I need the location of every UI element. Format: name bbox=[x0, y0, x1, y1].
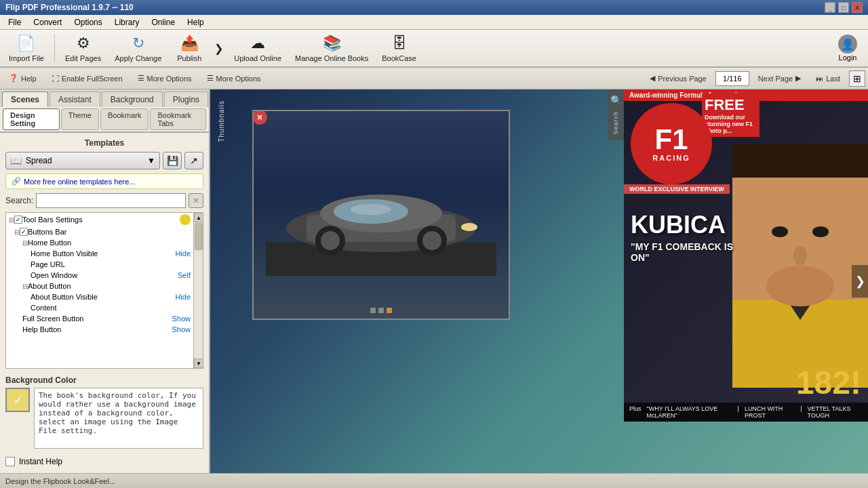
tree-item-buttons-bar[interactable]: ⊟ ✓ Buttons Bar bbox=[6, 226, 193, 237]
tree-item-about-button[interactable]: ⊟ About Button bbox=[6, 281, 193, 291]
menu-online[interactable]: Online bbox=[146, 16, 180, 28]
instant-help-label: Instant Help bbox=[19, 457, 62, 466]
menu-help[interactable]: Help bbox=[182, 16, 210, 28]
top-tabs: Scenes Assistant Background Plugins bbox=[0, 89, 209, 107]
tree-item-tool-bars-settings[interactable]: ⊟ ✓ Tool Bars Settings bbox=[6, 213, 193, 226]
tree-value: Hide bbox=[175, 249, 191, 258]
grid-view-icon: ⊞ bbox=[853, 73, 861, 84]
search-clear-button[interactable]: ✕ bbox=[189, 193, 203, 208]
manage-online-books-button[interactable]: 📚 Manage Online Books bbox=[289, 32, 374, 64]
subtab-theme[interactable]: Theme bbox=[61, 108, 99, 130]
more-options-1-button[interactable]: ☰ More Options bbox=[132, 71, 198, 85]
svg-point-15 bbox=[793, 246, 807, 265]
minimize-button[interactable]: _ bbox=[825, 2, 835, 13]
kubica-headline: KUBICA bbox=[631, 211, 753, 239]
tree-item-about-button-visible[interactable]: About Button Visible Hide bbox=[6, 291, 193, 302]
publish-label: Publish bbox=[177, 54, 201, 62]
import-file-button[interactable]: 📄 Import File bbox=[3, 32, 50, 64]
sub2-text: LUNCH WITH PROST bbox=[745, 405, 795, 419]
upload-online-button[interactable]: ☁ Upload Online bbox=[228, 32, 288, 64]
right-arrow-icon: ❯ bbox=[855, 274, 865, 289]
tab-background[interactable]: Background bbox=[102, 92, 163, 107]
color-swatch[interactable]: ✓ bbox=[5, 388, 30, 412]
scroll-down-button[interactable]: ▼ bbox=[194, 359, 203, 368]
tree-label: About Button Visible bbox=[31, 293, 175, 301]
tree-item-home-button[interactable]: ⊟ Home Button bbox=[6, 237, 193, 248]
apply-change-icon: ↻ bbox=[132, 35, 144, 52]
free-subtext: Download our stunning new F1 photo p... bbox=[705, 114, 757, 134]
tree-item-open-window[interactable]: Open Window Self bbox=[6, 270, 193, 281]
flipbook-content[interactable]: × bbox=[232, 89, 868, 473]
tree-item-home-button-visible[interactable]: Home Button Visible Hide bbox=[6, 248, 193, 259]
scroll-thumb[interactable] bbox=[195, 223, 203, 250]
expand-icon: ⊟ bbox=[14, 228, 20, 236]
menu-file[interactable]: File bbox=[3, 16, 26, 28]
tree-label: Content bbox=[31, 304, 191, 312]
fullscreen-button[interactable]: ⛶ Enable FullScreen bbox=[45, 72, 129, 85]
tree-scrollbar[interactable]: ▲ ▼ bbox=[193, 213, 203, 368]
menu-convert[interactable]: Convert bbox=[28, 16, 67, 28]
exclusive-badge: WORLD EXCLUSIVE INTERVIEW bbox=[624, 184, 730, 194]
tree-item-page-url[interactable]: Page URL bbox=[6, 259, 193, 270]
tree-item-help-button[interactable]: Help Button Show bbox=[6, 324, 193, 335]
last-page-button[interactable]: ⏭ Last bbox=[810, 72, 846, 85]
search-side-icon[interactable]: 🔍 bbox=[610, 95, 622, 106]
scroll-up-button[interactable]: ▲ bbox=[194, 213, 203, 222]
tree-value: Hide bbox=[175, 293, 191, 301]
more-arrow-button[interactable]: ❯ bbox=[211, 32, 226, 64]
status-text: Design the Flipbook Look&Feel... bbox=[5, 477, 115, 485]
subtab-bookmark[interactable]: Bookmark bbox=[100, 108, 149, 130]
edit-pages-button[interactable]: ⚙ Edit Pages bbox=[59, 32, 107, 64]
mag-number-182: 182! bbox=[796, 364, 861, 401]
template-save-button[interactable]: 💾 bbox=[163, 152, 182, 169]
svg-point-10 bbox=[351, 204, 391, 215]
expand-icon: ⊟ bbox=[9, 216, 14, 224]
apply-change-button[interactable]: ↻ Apply Change bbox=[108, 32, 167, 64]
tab-scenes[interactable]: Scenes bbox=[2, 92, 48, 107]
thumbnails-label: Thumbnails bbox=[218, 100, 225, 142]
tree-item-content[interactable]: Content bbox=[6, 302, 193, 313]
maximize-button[interactable]: □ bbox=[838, 2, 849, 13]
next-page-label: Next Page bbox=[758, 75, 793, 83]
help-button[interactable]: ❓ Help bbox=[3, 71, 43, 85]
online-templates-link[interactable]: 🔗 More free online templates here... bbox=[5, 174, 203, 189]
tab-plugins[interactable]: Plugins bbox=[164, 92, 208, 107]
tree-item-full-screen-button[interactable]: Full Screen Button Show bbox=[6, 313, 193, 324]
edit-pages-label: Edit Pages bbox=[65, 54, 101, 62]
bg-color-header: Background Color bbox=[5, 375, 203, 385]
subtab-bookmark-tabs[interactable]: Bookmark Tabs bbox=[150, 108, 206, 130]
tree-checkbox[interactable]: ✓ bbox=[20, 228, 28, 236]
close-button[interactable]: × bbox=[852, 2, 863, 13]
menu-options[interactable]: Options bbox=[68, 16, 107, 28]
page-input[interactable] bbox=[715, 71, 749, 86]
import-file-icon: 📄 bbox=[17, 35, 35, 52]
edit-pages-icon: ⚙ bbox=[77, 35, 90, 52]
tree-label: Full Screen Button bbox=[22, 314, 172, 323]
last-page-label: Last bbox=[826, 75, 840, 83]
sub3-text: VETTEL TALKS TOUGH bbox=[808, 405, 863, 419]
nav-arrow-right[interactable]: ❯ bbox=[852, 265, 868, 298]
page-navigation: ◀ Previous Page Next Page ▶ ⏭ Last ⊞ bbox=[644, 70, 865, 87]
tree-value: Self bbox=[178, 271, 191, 279]
search-input[interactable] bbox=[36, 193, 186, 208]
expand-icon: ⊟ bbox=[22, 283, 28, 290]
manage-online-books-label: Manage Online Books bbox=[295, 54, 368, 62]
login-section[interactable]: 👤 Login bbox=[830, 32, 865, 64]
prev-page-button[interactable]: ◀ Previous Page bbox=[644, 71, 713, 85]
instant-help-checkbox[interactable] bbox=[5, 457, 15, 466]
template-export-button[interactable]: ↗ bbox=[184, 152, 203, 169]
tree-checkbox[interactable]: ✓ bbox=[14, 216, 22, 224]
bookcase-button[interactable]: 🗄 BookCase bbox=[376, 32, 422, 64]
f1-logo-area: F1 RACING bbox=[631, 103, 712, 184]
more-options-2-button[interactable]: ☰ More Options bbox=[201, 71, 267, 85]
template-dropdown[interactable]: 📖 Spread ▼ bbox=[5, 152, 160, 169]
tab-assistant[interactable]: Assistant bbox=[50, 92, 100, 107]
menu-library[interactable]: Library bbox=[109, 16, 145, 28]
subtab-design-setting[interactable]: Design Setting bbox=[3, 108, 60, 130]
tree-label: Home Button Visible bbox=[31, 249, 175, 258]
publish-button[interactable]: 📤 Publish bbox=[169, 32, 210, 64]
grid-view-button[interactable]: ⊞ bbox=[849, 70, 865, 87]
next-page-button[interactable]: Next Page ▶ bbox=[752, 71, 807, 85]
popup-close-button[interactable]: × bbox=[252, 110, 267, 125]
svg-point-8 bbox=[422, 231, 441, 250]
